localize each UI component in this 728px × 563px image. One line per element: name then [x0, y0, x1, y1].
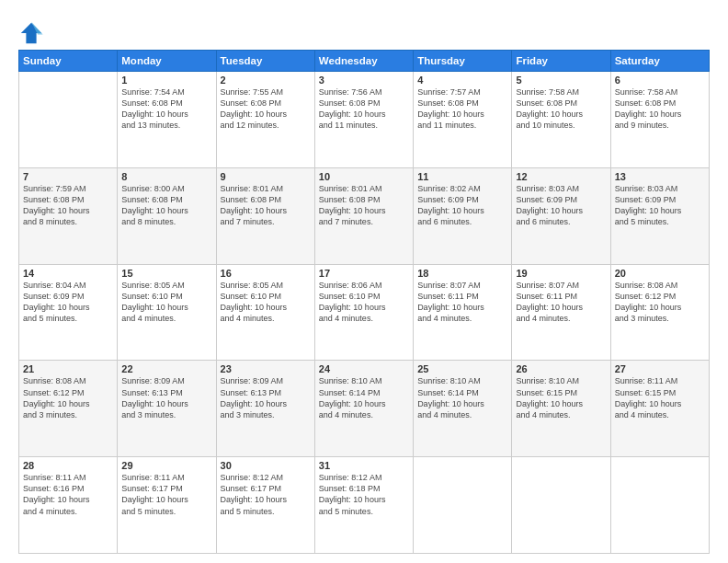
calendar-cell: 13Sunrise: 8:03 AM Sunset: 6:09 PM Dayli… [610, 167, 709, 264]
calendar-cell: 24Sunrise: 8:10 AM Sunset: 6:14 PM Dayli… [314, 361, 413, 457]
day-info: Sunrise: 8:11 AM Sunset: 6:15 PM Dayligh… [615, 375, 705, 420]
day-info: Sunrise: 8:12 AM Sunset: 6:18 PM Dayligh… [319, 472, 409, 517]
logo-icon [18, 20, 44, 46]
day-info: Sunrise: 8:05 AM Sunset: 6:10 PM Dayligh… [221, 280, 311, 325]
weekday-header-tuesday: Tuesday [216, 51, 314, 72]
calendar-cell: 27Sunrise: 8:11 AM Sunset: 6:15 PM Dayli… [610, 361, 709, 457]
day-info: Sunrise: 8:06 AM Sunset: 6:10 PM Dayligh… [319, 280, 409, 325]
calendar-cell: 21Sunrise: 8:08 AM Sunset: 6:12 PM Dayli… [19, 361, 118, 457]
calendar-cell: 17Sunrise: 8:06 AM Sunset: 6:10 PM Dayli… [314, 264, 413, 361]
day-number: 8 [121, 171, 211, 182]
header [18, 17, 710, 46]
day-number: 11 [417, 171, 507, 182]
day-number: 25 [417, 363, 507, 374]
weekday-header-sunday: Sunday [19, 51, 118, 72]
day-info: Sunrise: 8:11 AM Sunset: 6:16 PM Dayligh… [23, 472, 113, 517]
day-info: Sunrise: 7:54 AM Sunset: 6:08 PM Dayligh… [121, 86, 211, 132]
calendar-cell: 28Sunrise: 8:11 AM Sunset: 6:16 PM Dayli… [19, 457, 118, 554]
day-number: 5 [516, 75, 606, 86]
day-number: 10 [319, 171, 409, 182]
day-number: 21 [23, 363, 113, 374]
day-number: 9 [221, 171, 311, 182]
day-info: Sunrise: 8:12 AM Sunset: 6:17 PM Dayligh… [221, 472, 311, 517]
day-number: 22 [121, 363, 211, 374]
day-info: Sunrise: 8:07 AM Sunset: 6:11 PM Dayligh… [516, 280, 606, 325]
day-number: 31 [319, 460, 409, 471]
calendar-cell: 19Sunrise: 8:07 AM Sunset: 6:11 PM Dayli… [512, 264, 610, 361]
weekday-header-monday: Monday [118, 51, 216, 72]
calendar-cell: 20Sunrise: 8:08 AM Sunset: 6:12 PM Dayli… [610, 264, 709, 361]
calendar-week-3: 21Sunrise: 8:08 AM Sunset: 6:12 PM Dayli… [19, 361, 710, 457]
day-number: 29 [121, 460, 211, 471]
day-number: 15 [121, 268, 211, 279]
day-number: 4 [417, 75, 507, 86]
weekday-header-thursday: Thursday [414, 51, 512, 72]
day-number: 30 [221, 460, 311, 471]
day-info: Sunrise: 8:08 AM Sunset: 6:12 PM Dayligh… [615, 280, 705, 325]
day-number: 13 [615, 171, 705, 182]
calendar-cell: 9Sunrise: 8:01 AM Sunset: 6:08 PM Daylig… [216, 167, 314, 264]
day-info: Sunrise: 8:02 AM Sunset: 6:09 PM Dayligh… [417, 183, 507, 228]
day-number: 28 [23, 460, 113, 471]
calendar-week-0: 1Sunrise: 7:54 AM Sunset: 6:08 PM Daylig… [19, 72, 710, 168]
page: SundayMondayTuesdayWednesdayThursdayFrid… [0, 0, 728, 563]
day-number: 17 [319, 268, 409, 279]
calendar-cell: 2Sunrise: 7:55 AM Sunset: 6:08 PM Daylig… [216, 72, 314, 168]
calendar-cell: 15Sunrise: 8:05 AM Sunset: 6:10 PM Dayli… [118, 264, 216, 361]
day-info: Sunrise: 8:00 AM Sunset: 6:08 PM Dayligh… [121, 183, 211, 228]
day-number: 12 [516, 171, 606, 182]
calendar-cell: 16Sunrise: 8:05 AM Sunset: 6:10 PM Dayli… [216, 264, 314, 361]
day-number: 16 [221, 268, 311, 279]
day-info: Sunrise: 8:05 AM Sunset: 6:10 PM Dayligh… [121, 280, 211, 325]
day-number: 27 [615, 363, 705, 374]
day-info: Sunrise: 8:01 AM Sunset: 6:08 PM Dayligh… [221, 183, 311, 228]
calendar-cell: 7Sunrise: 7:59 AM Sunset: 6:08 PM Daylig… [19, 167, 118, 264]
calendar-table: SundayMondayTuesdayWednesdayThursdayFrid… [18, 50, 710, 554]
calendar-cell: 22Sunrise: 8:09 AM Sunset: 6:13 PM Dayli… [118, 361, 216, 457]
day-number: 6 [615, 75, 705, 86]
day-info: Sunrise: 8:09 AM Sunset: 6:13 PM Dayligh… [221, 375, 311, 420]
calendar-cell [610, 457, 709, 554]
day-info: Sunrise: 8:04 AM Sunset: 6:09 PM Dayligh… [23, 280, 113, 325]
weekday-header-row: SundayMondayTuesdayWednesdayThursdayFrid… [19, 51, 710, 72]
calendar-cell: 4Sunrise: 7:57 AM Sunset: 6:08 PM Daylig… [414, 72, 512, 168]
calendar-cell [512, 457, 610, 554]
logo [18, 20, 46, 46]
calendar-cell: 26Sunrise: 8:10 AM Sunset: 6:15 PM Dayli… [512, 361, 610, 457]
calendar-cell: 25Sunrise: 8:10 AM Sunset: 6:14 PM Dayli… [414, 361, 512, 457]
day-info: Sunrise: 7:56 AM Sunset: 6:08 PM Dayligh… [319, 86, 409, 132]
day-number: 18 [417, 268, 507, 279]
calendar-cell: 3Sunrise: 7:56 AM Sunset: 6:08 PM Daylig… [314, 72, 413, 168]
day-info: Sunrise: 8:11 AM Sunset: 6:17 PM Dayligh… [121, 472, 211, 517]
calendar-cell: 14Sunrise: 8:04 AM Sunset: 6:09 PM Dayli… [19, 264, 118, 361]
calendar-cell: 12Sunrise: 8:03 AM Sunset: 6:09 PM Dayli… [512, 167, 610, 264]
calendar-cell: 18Sunrise: 8:07 AM Sunset: 6:11 PM Dayli… [414, 264, 512, 361]
day-info: Sunrise: 8:03 AM Sunset: 6:09 PM Dayligh… [516, 183, 606, 228]
day-number: 1 [121, 75, 211, 86]
calendar-body: 1Sunrise: 7:54 AM Sunset: 6:08 PM Daylig… [19, 72, 710, 554]
calendar-header: SundayMondayTuesdayWednesdayThursdayFrid… [19, 51, 710, 72]
calendar-week-1: 7Sunrise: 7:59 AM Sunset: 6:08 PM Daylig… [19, 167, 710, 264]
day-number: 24 [319, 363, 409, 374]
day-number: 7 [23, 171, 113, 182]
day-number: 19 [516, 268, 606, 279]
day-info: Sunrise: 7:58 AM Sunset: 6:08 PM Dayligh… [615, 86, 705, 132]
calendar-cell: 11Sunrise: 8:02 AM Sunset: 6:09 PM Dayli… [414, 167, 512, 264]
weekday-header-saturday: Saturday [610, 51, 709, 72]
day-info: Sunrise: 8:07 AM Sunset: 6:11 PM Dayligh… [417, 280, 507, 325]
calendar-cell: 31Sunrise: 8:12 AM Sunset: 6:18 PM Dayli… [314, 457, 413, 554]
calendar-cell: 23Sunrise: 8:09 AM Sunset: 6:13 PM Dayli… [216, 361, 314, 457]
calendar-cell: 6Sunrise: 7:58 AM Sunset: 6:08 PM Daylig… [610, 72, 709, 168]
calendar-cell: 1Sunrise: 7:54 AM Sunset: 6:08 PM Daylig… [118, 72, 216, 168]
day-info: Sunrise: 8:09 AM Sunset: 6:13 PM Dayligh… [121, 375, 211, 420]
day-info: Sunrise: 8:10 AM Sunset: 6:14 PM Dayligh… [319, 375, 409, 420]
day-info: Sunrise: 7:58 AM Sunset: 6:08 PM Dayligh… [516, 86, 606, 132]
day-info: Sunrise: 8:10 AM Sunset: 6:14 PM Dayligh… [417, 375, 507, 420]
weekday-header-friday: Friday [512, 51, 610, 72]
day-number: 3 [319, 75, 409, 86]
calendar-cell: 10Sunrise: 8:01 AM Sunset: 6:08 PM Dayli… [314, 167, 413, 264]
day-info: Sunrise: 7:57 AM Sunset: 6:08 PM Dayligh… [417, 86, 507, 132]
day-info: Sunrise: 7:55 AM Sunset: 6:08 PM Dayligh… [221, 86, 311, 132]
calendar-cell: 8Sunrise: 8:00 AM Sunset: 6:08 PM Daylig… [118, 167, 216, 264]
calendar-cell: 30Sunrise: 8:12 AM Sunset: 6:17 PM Dayli… [216, 457, 314, 554]
